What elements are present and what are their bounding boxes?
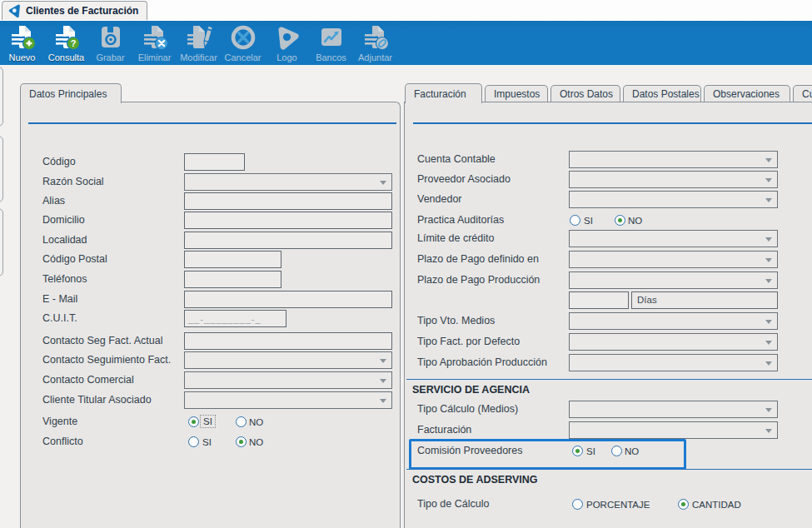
contacto-comercial-select[interactable] <box>184 371 392 389</box>
conflicto-label: Conflicto <box>42 436 83 447</box>
email-input[interactable] <box>184 291 392 308</box>
datos-principales-panel: Código Razón Social Alias Domicilio Loca… <box>20 102 401 528</box>
toolbar-button-cancelar[interactable]: Cancelar <box>221 21 265 65</box>
vendedor-label: Vendedor <box>417 193 462 205</box>
tipo-aprobacion-produccion-select[interactable] <box>569 354 778 371</box>
practica-auditorias-si-radio-label[interactable]: SI <box>584 216 593 226</box>
cliente-titular-asociado-select[interactable] <box>184 391 392 409</box>
main-toolbar: Nuevo ? Consulta <box>0 21 812 65</box>
conflicto-no-radio-label[interactable]: NO <box>249 437 263 447</box>
plazo-dias-input[interactable] <box>569 291 629 309</box>
comision-proveedores-si-radio[interactable] <box>572 446 583 456</box>
localidad-input[interactable] <box>184 232 392 249</box>
tab-datos-principales[interactable]: Datos Principales <box>20 83 122 103</box>
alias-label: Alias <box>42 195 65 207</box>
comision-proveedores-label: Comisión Proveedores <box>417 445 522 456</box>
tipo-vto-medios-label: Tipo Vto. Medios <box>417 315 495 326</box>
comision-proveedores-no-radio-label[interactable]: NO <box>625 446 639 456</box>
limite-de-credito-select[interactable] <box>569 230 778 247</box>
conflicto-si-radio-label[interactable]: SI <box>202 437 212 447</box>
tab-impuestos[interactable]: Impuestos <box>485 85 548 102</box>
tab-datos-postales[interactable]: Datos Postales <box>623 85 701 102</box>
contacto-seg-fact-actual-label: Contacto Seg Fact. Actual <box>42 335 163 346</box>
practica-auditorias-si-radio[interactable] <box>570 215 580 226</box>
toolbar-button-consulta[interactable]: ? Consulta <box>44 21 88 65</box>
chart-arrow-icon <box>317 22 346 52</box>
cliente-titular-asociado-label: Cliente Titular Asociado <box>42 394 152 406</box>
contacto-comercial-label: Contacto Comercial <box>42 374 134 386</box>
localidad-label: Localidad <box>42 234 87 246</box>
limite-de-credito-label: Límite de crédito <box>417 232 494 244</box>
tipo-de-calculo-label: Tipo de Cálculo <box>417 498 489 510</box>
cuenta-contable-select[interactable] <box>569 151 778 168</box>
contacto-seguimiento-fact-select[interactable] <box>184 351 392 369</box>
vigente-label: Vigente <box>42 416 77 427</box>
cuit-label: C.U.I.T. <box>42 312 77 324</box>
razon-social-select[interactable] <box>184 173 392 191</box>
left-edge-groupbox-fragment <box>0 208 3 276</box>
conflicto-no-radio[interactable] <box>236 436 247 447</box>
toolbar-button-modificar[interactable]: Modificar <box>177 21 221 65</box>
plazo-pago-produccion-select[interactable] <box>569 271 778 289</box>
plazo-pago-definido-select[interactable] <box>569 251 778 268</box>
panel-accent-line <box>28 122 396 124</box>
vigente-si-radio[interactable] <box>188 416 199 427</box>
window-tab-strip: Clientes de Facturación <box>0 0 812 22</box>
vigente-no-radio[interactable] <box>236 416 247 427</box>
vigente-si-radio-label[interactable]: SI <box>201 416 215 427</box>
window-tab-clientes-facturacion[interactable]: Clientes de Facturación <box>2 1 147 20</box>
proveedor-asociado-label: Proveedor Asociado <box>417 173 511 185</box>
logo-triangle-icon <box>273 22 301 52</box>
practica-auditorias-no-radio-label[interactable]: NO <box>628 216 642 226</box>
attach-document-icon <box>361 22 390 52</box>
codigo-input[interactable] <box>184 153 245 171</box>
panel-accent-line <box>413 122 812 124</box>
save-floppy-icon <box>97 22 125 52</box>
vigente-no-radio-label[interactable]: NO <box>249 417 263 427</box>
toolbar-button-bancos[interactable]: Bancos <box>309 21 353 65</box>
new-document-icon <box>8 22 37 52</box>
vendedor-select[interactable] <box>569 191 778 208</box>
contacto-seguimiento-fact-label: Contacto Seguimiento Fact. <box>42 354 171 366</box>
codigo-label: Código <box>42 156 76 167</box>
section-separator <box>406 379 812 380</box>
tab-facturacion[interactable]: Facturación <box>405 83 482 103</box>
tipo-calculo-cantidad-radio[interactable] <box>678 499 689 510</box>
facturacion-panel: Cuenta Contable Proveedor Asociado Vende… <box>404 102 812 528</box>
conflicto-si-radio[interactable] <box>188 436 199 447</box>
query-document-icon: ? <box>52 22 81 52</box>
proveedor-asociado-select[interactable] <box>569 171 778 188</box>
toolbar-button-nuevo[interactable]: Nuevo <box>0 21 44 65</box>
domicilio-input[interactable] <box>184 212 392 229</box>
tipo-vto-medios-select[interactable] <box>569 312 778 330</box>
delete-document-icon <box>141 22 169 52</box>
facturacion-field-select[interactable] <box>569 421 778 439</box>
tipo-calculo-cantidad-radio-label[interactable]: CANTIDAD <box>692 500 741 510</box>
comision-proveedores-si-radio-label[interactable]: SI <box>586 446 595 456</box>
tab-observaciones[interactable]: Observaciones <box>704 85 790 102</box>
codigo-postal-input[interactable] <box>184 251 281 268</box>
comision-proveedores-no-radio[interactable] <box>611 446 622 456</box>
practica-auditorias-no-radio[interactable] <box>615 215 625 226</box>
tipo-calculo-porcentaje-radio[interactable] <box>572 499 583 510</box>
cancel-circle-icon <box>229 22 257 52</box>
tipo-fact-defecto-select[interactable] <box>569 333 778 351</box>
codigo-postal-label: Código Postal <box>42 253 107 265</box>
tipo-calculo-medios-select[interactable] <box>569 401 778 418</box>
practica-auditorias-label: Practica Auditorías <box>417 214 504 226</box>
toolbar-button-eliminar[interactable]: Eliminar <box>132 21 177 65</box>
servicio-de-agencia-title: SERVICIO DE AGENCIA <box>412 384 530 396</box>
contacto-seg-fact-actual-input[interactable] <box>184 332 392 350</box>
dias-unit-box: Días <box>631 291 778 309</box>
toolbar-button-adjuntar[interactable]: Adjuntar <box>353 21 397 65</box>
section-separator <box>406 469 812 470</box>
tab-cuentas-truncated[interactable]: Cue <box>793 85 812 102</box>
tab-otros-datos[interactable]: Otros Datos <box>550 85 620 102</box>
tipo-calculo-porcentaje-radio-label[interactable]: PORCENTAJE <box>586 500 650 510</box>
telefonos-input[interactable] <box>184 271 281 288</box>
toolbar-button-logo[interactable]: Logo <box>265 21 309 65</box>
toolbar-button-grabar[interactable]: Grabar <box>88 21 132 65</box>
cuit-input[interactable]: __-________-_ <box>184 310 286 327</box>
domicilio-label: Domicilio <box>42 214 85 226</box>
alias-input[interactable] <box>184 192 392 210</box>
